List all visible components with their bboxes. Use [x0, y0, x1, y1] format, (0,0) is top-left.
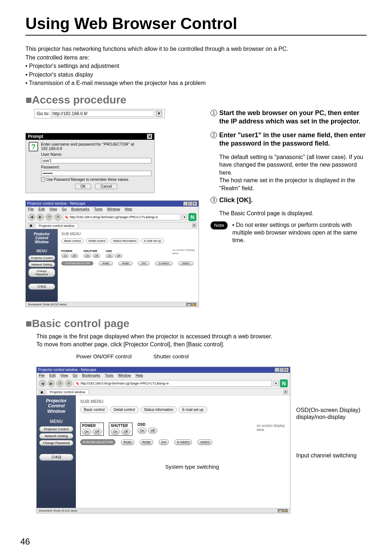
username-input[interactable] [41, 158, 151, 163]
input-dvi-button[interactable]: DVI [159, 439, 169, 445]
menu-window[interactable]: Window [107, 207, 120, 211]
url-input[interactable]: 🔖http://192.168.0.8/cgi-bin/main.cgi?pag… [74, 380, 272, 387]
ok-button[interactable]: OK [75, 184, 91, 189]
browser-screenshot-small: Projector control window - Netscape _ □ … [25, 200, 199, 307]
osd-off-button[interactable]: Off [115, 254, 122, 258]
system-selector-button[interactable]: SYSTEM SELECTOR [80, 439, 115, 445]
password-label: Password: [41, 165, 151, 169]
tab-email-setup[interactable]: E-mail set up [141, 238, 164, 244]
menu-edit[interactable]: Edit [49, 374, 56, 378]
password-input[interactable] [41, 171, 151, 176]
close-tab-icon[interactable]: ✕ [283, 390, 288, 394]
callout-system: System type switching [165, 464, 219, 470]
tab-email-setup[interactable]: E-mail set up [179, 406, 207, 413]
tab-status-info[interactable]: Status information [110, 238, 139, 244]
close-icon[interactable]: ✕ [193, 201, 197, 206]
input-rgb1-button[interactable]: RGB1 [121, 439, 134, 445]
intro-block: This projector has networking functions … [25, 45, 367, 87]
dropdown-icon[interactable]: ▾ [273, 381, 278, 386]
step-3-number: 3 [211, 197, 217, 203]
sidebar-change-password[interactable]: Change Password [39, 440, 73, 446]
input-rgb2-button[interactable]: RGB2 [118, 261, 132, 265]
menu-help[interactable]: Help [135, 374, 143, 378]
menu-view[interactable]: View [60, 374, 68, 378]
tab-basic-control[interactable]: Basic control [80, 406, 108, 413]
close-tab-icon[interactable]: ✕ [192, 223, 196, 228]
power-off-button[interactable]: Off [70, 254, 78, 258]
tab-detail-control[interactable]: Detail control [86, 238, 109, 244]
sidebar-projector-control[interactable]: Projector Control [28, 255, 55, 261]
system-selector-button[interactable]: SYSTEM SELECTOR [61, 261, 93, 265]
menu-go[interactable]: Go [62, 207, 66, 211]
maximize-icon[interactable]: □ [279, 368, 284, 372]
tab-status-info[interactable]: Status information [140, 406, 177, 413]
input-svideo-button[interactable]: S-VIDEO [174, 439, 192, 445]
status-text: Document: Done (0.212 secs) [39, 509, 77, 512]
note-label: Note [211, 221, 228, 229]
shutter-on-button[interactable]: On [111, 429, 120, 435]
tab-basic-control[interactable]: Basic control [61, 238, 84, 244]
osd-off-button[interactable]: Off [148, 428, 157, 433]
menu-bookmarks[interactable]: Bookmarks [71, 207, 89, 211]
menu-bookmarks[interactable]: Bookmarks [82, 374, 100, 378]
sidebar-network-setting[interactable]: Network Setting [39, 433, 73, 439]
browser-tab[interactable]: Projector control window [46, 390, 89, 394]
remember-checkbox[interactable]: ✓ [41, 178, 45, 182]
menu-file[interactable]: File [28, 207, 34, 211]
minimize-icon[interactable]: _ [183, 201, 188, 206]
back-icon[interactable]: ◀ [28, 213, 35, 221]
browser-tab[interactable]: Projector control window [36, 223, 78, 228]
input-video-button[interactable]: VIDEO [197, 439, 212, 445]
power-on-button[interactable]: On [61, 254, 69, 258]
shutter-off-button[interactable]: Off [121, 429, 130, 435]
input-dvi-button[interactable]: DVI [138, 261, 150, 265]
input-rgb2-button[interactable]: RGB2 [140, 439, 153, 445]
menu-tools[interactable]: Tools [105, 374, 113, 378]
cancel-button[interactable]: Cancel [95, 184, 117, 189]
dropdown-icon[interactable]: ▼ [156, 110, 162, 117]
prompt-message: Enter username and password for "PROJECT… [41, 142, 151, 151]
goto-url-field[interactable]: http://192.168.0.8/ [51, 110, 154, 117]
power-off-button[interactable]: Off [93, 429, 102, 435]
forward-icon[interactable]: ▶ [48, 380, 55, 387]
menu-view[interactable]: View [49, 207, 57, 211]
menu-file[interactable]: File [39, 374, 45, 378]
power-on-button[interactable]: On [82, 429, 91, 435]
sidebar-japanese[interactable]: 日本語 [39, 454, 73, 461]
osd-on-button[interactable]: On [106, 254, 113, 258]
callout-shutter: Shutter control [154, 353, 189, 359]
menu-help[interactable]: Help [124, 207, 132, 211]
sidebar-network-setting[interactable]: Network Setting [28, 262, 55, 267]
input-rgb1-button[interactable]: RGB1 [99, 261, 113, 265]
osd-on-button[interactable]: On [138, 428, 147, 433]
menu-go[interactable]: Go [73, 374, 77, 378]
shutter-off-button[interactable]: Off [93, 254, 100, 258]
sidebar-change-password[interactable]: Change Password [28, 268, 55, 277]
input-video-button[interactable]: VIDEO [178, 261, 193, 265]
close-icon[interactable]: ✕ [147, 134, 152, 139]
sidebar-japanese[interactable]: 日本語 [28, 284, 55, 290]
tab-detail-control[interactable]: Detail control [110, 406, 138, 413]
reload-icon[interactable]: ⟳ [56, 380, 64, 387]
close-icon[interactable]: ✕ [284, 368, 289, 372]
shutter-on-button[interactable]: On [83, 254, 91, 258]
step-1-text: Start the web browser on your PC, then e… [219, 109, 367, 126]
menu-tools[interactable]: Tools [94, 207, 102, 211]
newtab-icon[interactable]: ▣ [28, 223, 34, 228]
dropdown-icon[interactable]: ▾ [182, 215, 187, 220]
minimize-icon[interactable]: _ [275, 368, 279, 372]
maximize-icon[interactable]: □ [188, 201, 192, 206]
newtab-icon[interactable]: ▣ [39, 390, 45, 394]
menu-edit[interactable]: Edit [38, 207, 45, 211]
logo-line: Control [27, 236, 56, 240]
browser-menubar: File Edit View Go Bookmarks Tools Window… [37, 373, 290, 378]
forward-icon[interactable]: ▶ [37, 213, 44, 221]
menu-window[interactable]: Window [118, 374, 131, 378]
stop-icon[interactable]: ✕ [65, 380, 72, 387]
sidebar-projector-control[interactable]: Projector Control [39, 426, 73, 432]
stop-icon[interactable]: ✕ [54, 213, 61, 221]
url-input[interactable]: 🔖http://192.168.0.8/cgi-bin/main.cgi?pag… [63, 214, 180, 220]
reload-icon[interactable]: ⟳ [45, 213, 53, 221]
input-svideo-button[interactable]: S-VIDEO [155, 261, 173, 265]
back-icon[interactable]: ◀ [39, 380, 46, 387]
